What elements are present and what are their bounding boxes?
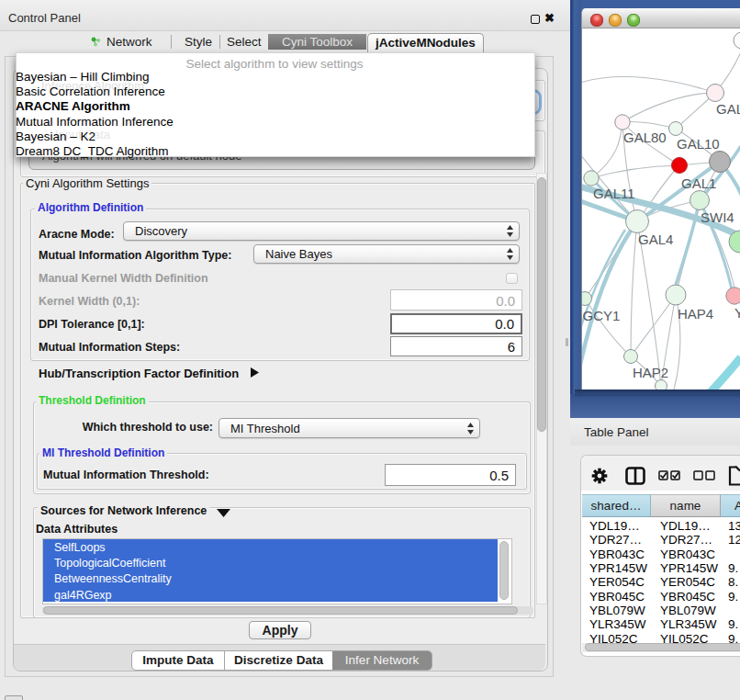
svg-text:GCY1: GCY1 (583, 308, 621, 323)
svg-text:SWI4: SWI4 (701, 209, 734, 225)
svg-text:GAL1: GAL1 (681, 175, 716, 191)
svg-text:GAL10: GAL10 (677, 136, 720, 152)
svg-text:HAP4: HAP4 (678, 306, 713, 322)
svg-text:Y: Y (734, 305, 740, 321)
svg-text:GAL4: GAL4 (638, 231, 673, 247)
svg-text:GAL: GAL (716, 101, 740, 117)
svg-text:HAP2: HAP2 (633, 365, 668, 380)
svg-text:GAL80: GAL80 (623, 130, 667, 145)
svg-text:GAL11: GAL11 (593, 186, 635, 201)
